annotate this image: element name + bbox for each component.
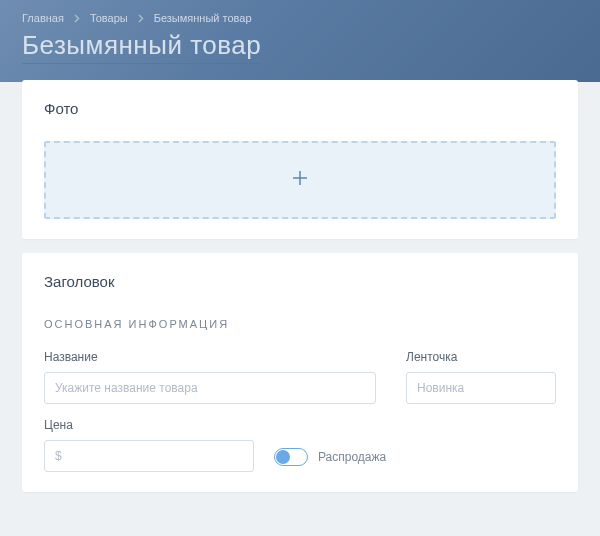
photo-dropzone[interactable]	[44, 141, 556, 219]
breadcrumb: Главная Товары Безымянный товар	[22, 12, 578, 24]
page-title: Безымянный товар	[22, 30, 261, 64]
chevron-right-icon	[138, 14, 144, 23]
name-input[interactable]	[44, 372, 376, 404]
price-label: Цена	[44, 418, 254, 432]
photo-card: Фото	[22, 80, 578, 239]
sale-toggle-label: Распродажа	[318, 450, 386, 464]
section-label: ОСНОВНАЯ ИНФОРМАЦИЯ	[44, 318, 556, 330]
sale-toggle[interactable]	[274, 448, 308, 466]
page-header: Главная Товары Безымянный товар Безымянн…	[0, 0, 600, 82]
info-heading: Заголовок	[44, 273, 556, 290]
photo-heading: Фото	[44, 100, 556, 117]
breadcrumb-products[interactable]: Товары	[90, 12, 128, 24]
breadcrumb-home[interactable]: Главная	[22, 12, 64, 24]
ribbon-field-group: Ленточка	[406, 350, 556, 404]
plus-icon	[291, 169, 309, 191]
chevron-right-icon	[74, 14, 80, 23]
toggle-knob-icon	[276, 450, 290, 464]
name-label: Название	[44, 350, 376, 364]
price-field-group: Цена	[44, 418, 254, 472]
breadcrumb-current: Безымянный товар	[154, 12, 252, 24]
info-card: Заголовок ОСНОВНАЯ ИНФОРМАЦИЯ Название Л…	[22, 253, 578, 492]
ribbon-input[interactable]	[406, 372, 556, 404]
ribbon-label: Ленточка	[406, 350, 556, 364]
sale-toggle-group: Распродажа	[274, 448, 386, 472]
name-field-group: Название	[44, 350, 376, 404]
price-input[interactable]	[44, 440, 254, 472]
